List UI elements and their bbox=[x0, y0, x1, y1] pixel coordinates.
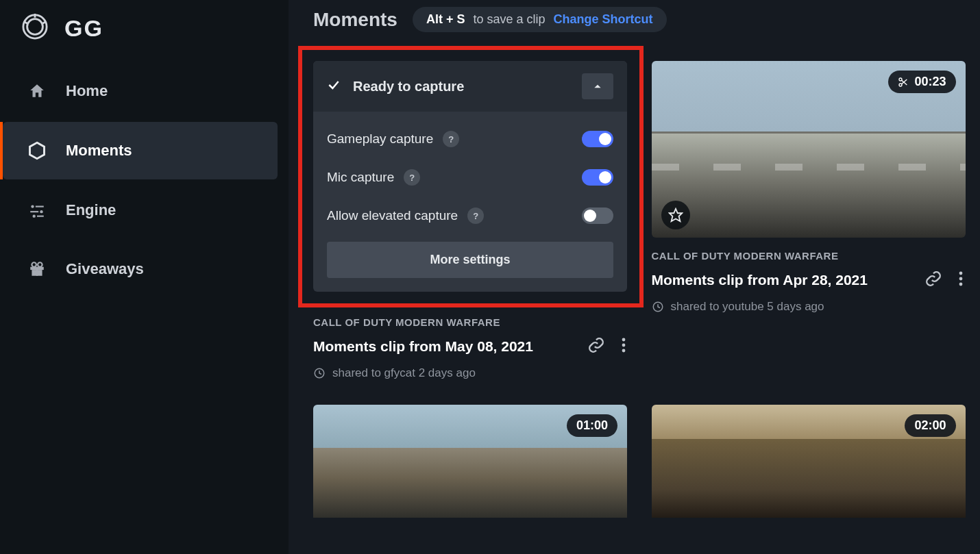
duration-badge: 01:00 bbox=[567, 414, 617, 437]
steelseries-logo-icon bbox=[22, 14, 48, 42]
clock-icon bbox=[652, 301, 664, 313]
brand-row: GG bbox=[0, 8, 289, 63]
capture-status: Ready to capture bbox=[353, 79, 569, 95]
svg-marker-5 bbox=[30, 142, 45, 158]
link-icon-button[interactable] bbox=[585, 333, 608, 360]
duration-text: 00:23 bbox=[914, 75, 946, 89]
setting-label: Mic capture bbox=[327, 170, 394, 185]
clip-meta: CALL OF DUTY MODERN WARFARE Moments clip… bbox=[652, 238, 966, 314]
svg-point-16 bbox=[38, 262, 42, 267]
clip-card[interactable]: 00:23 CALL OF DUTY MODERN WARFARE Moment… bbox=[652, 61, 966, 380]
page-title: Moments bbox=[313, 9, 397, 31]
nav-list: Home Moments Engine Giveaways bbox=[0, 63, 289, 297]
svg-point-17 bbox=[622, 338, 625, 342]
duration-text: 01:00 bbox=[576, 418, 608, 433]
link-icon bbox=[924, 270, 942, 288]
capture-panel-wrapper: Ready to capture Gameplay capture ? Mic … bbox=[313, 61, 628, 380]
engine-icon bbox=[26, 201, 48, 219]
check-icon bbox=[327, 78, 341, 95]
nav-label: Giveaways bbox=[66, 260, 144, 278]
clip-share-text: shared to youtube 5 days ago bbox=[671, 300, 824, 314]
help-icon[interactable]: ? bbox=[404, 169, 420, 186]
svg-point-15 bbox=[32, 262, 36, 267]
link-icon-button[interactable] bbox=[922, 267, 945, 293]
clip-thumbnail[interactable]: 02:00 bbox=[652, 405, 966, 518]
svg-point-18 bbox=[622, 344, 625, 347]
svg-point-27 bbox=[959, 277, 962, 281]
sidebar: GG Home Moments Engine Giveaways bbox=[0, 0, 289, 554]
shortcut-text: to save a clip bbox=[473, 12, 545, 27]
svg-marker-25 bbox=[669, 209, 681, 221]
change-shortcut-link[interactable]: Change Shortcut bbox=[553, 12, 652, 27]
setting-elevated-capture: Allow elevated capture ? bbox=[327, 197, 613, 235]
brand-name: GG bbox=[64, 15, 103, 42]
svg-point-21 bbox=[899, 78, 902, 81]
more-icon-button[interactable] bbox=[956, 268, 966, 292]
more-icon-button[interactable] bbox=[619, 335, 628, 358]
link-icon bbox=[587, 336, 605, 354]
clip-title: Moments clip from May 08, 2021 bbox=[313, 338, 574, 355]
clip-share-line: shared to gfycat 2 days ago bbox=[313, 366, 628, 380]
capture-panel-header[interactable]: Ready to capture bbox=[313, 61, 627, 112]
duration-badge: 02:00 bbox=[905, 414, 955, 437]
svg-point-6 bbox=[31, 205, 34, 207]
svg-rect-11 bbox=[37, 216, 44, 217]
setting-mic-capture: Mic capture ? bbox=[327, 158, 613, 197]
capture-panel-body: Gameplay capture ? Mic capture ? Allow e… bbox=[313, 112, 627, 292]
nav-label: Engine bbox=[66, 201, 116, 219]
clip-share-text: shared to gfycat 2 days ago bbox=[332, 366, 476, 380]
svg-point-22 bbox=[899, 84, 902, 86]
clip-game-title: CALL OF DUTY MODERN WARFARE bbox=[652, 250, 966, 262]
header: Moments Alt + S to save a clip Change Sh… bbox=[313, 7, 966, 32]
chevron-up-icon bbox=[593, 81, 602, 91]
svg-rect-7 bbox=[36, 206, 44, 207]
more-vertical-icon bbox=[959, 271, 963, 286]
sidebar-item-home[interactable]: Home bbox=[3, 63, 278, 119]
duration-text: 02:00 bbox=[914, 418, 946, 433]
setting-label: Allow elevated capture bbox=[327, 208, 458, 223]
clips-grid: Ready to capture Gameplay capture ? Mic … bbox=[313, 61, 966, 518]
clip-title: Moments clip from Apr 28, 2021 bbox=[652, 272, 911, 288]
svg-point-26 bbox=[959, 272, 962, 275]
help-icon[interactable]: ? bbox=[443, 131, 459, 147]
more-settings-button[interactable]: More settings bbox=[327, 242, 613, 278]
shortcut-pill: Alt + S to save a clip Change Shortcut bbox=[413, 7, 667, 32]
favorite-button[interactable] bbox=[661, 201, 690, 229]
capture-panel: Ready to capture Gameplay capture ? Mic … bbox=[313, 61, 627, 292]
svg-point-28 bbox=[959, 283, 962, 286]
nav-label: Home bbox=[66, 82, 108, 100]
main-content: Moments Alt + S to save a clip Change Sh… bbox=[289, 0, 980, 554]
help-icon[interactable]: ? bbox=[467, 207, 484, 224]
home-icon bbox=[26, 82, 48, 100]
moments-icon bbox=[26, 141, 48, 160]
svg-line-23 bbox=[902, 80, 907, 85]
collapse-button[interactable] bbox=[582, 73, 613, 99]
nav-label: Moments bbox=[66, 142, 132, 160]
gift-icon bbox=[26, 260, 48, 278]
setting-gameplay-capture: Gameplay capture ? bbox=[327, 120, 613, 158]
svg-point-0 bbox=[27, 19, 43, 35]
more-vertical-icon bbox=[622, 338, 626, 353]
sidebar-item-moments[interactable]: Moments bbox=[3, 122, 278, 179]
setting-label: Gameplay capture bbox=[327, 131, 433, 147]
shortcut-key: Alt + S bbox=[426, 12, 465, 27]
sidebar-item-engine[interactable]: Engine bbox=[3, 182, 278, 238]
svg-point-19 bbox=[622, 349, 625, 353]
clip-thumbnail[interactable]: 01:00 bbox=[313, 405, 627, 518]
sidebar-item-giveaways[interactable]: Giveaways bbox=[3, 241, 278, 297]
svg-rect-14 bbox=[36, 267, 38, 276]
scissors-icon bbox=[898, 77, 909, 88]
duration-badge: 00:23 bbox=[888, 71, 955, 93]
toggle-mic-capture[interactable] bbox=[582, 169, 613, 186]
toggle-elevated-capture[interactable] bbox=[582, 207, 613, 224]
clip-game-title: CALL OF DUTY MODERN WARFARE bbox=[313, 316, 628, 328]
svg-point-8 bbox=[40, 210, 42, 213]
star-icon bbox=[668, 207, 683, 223]
svg-line-24 bbox=[902, 79, 907, 84]
clip-thumbnail[interactable]: 00:23 bbox=[652, 61, 966, 238]
clip-share-line: shared to youtube 5 days ago bbox=[652, 300, 966, 314]
clip-meta: CALL OF DUTY MODERN WARFARE Moments clip… bbox=[313, 304, 628, 380]
clock-icon bbox=[313, 367, 326, 379]
svg-rect-9 bbox=[30, 211, 38, 212]
toggle-gameplay-capture[interactable] bbox=[582, 131, 613, 147]
